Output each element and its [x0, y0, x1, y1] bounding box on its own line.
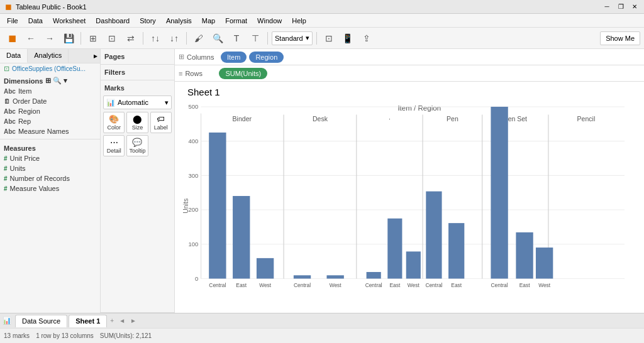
menu-worksheet[interactable]: Worksheet [48, 16, 90, 26]
xlbl-pencil-east: East [519, 282, 530, 288]
menu-map[interactable]: Map [197, 16, 219, 26]
bar-binder-central[interactable] [209, 133, 226, 279]
standard-label: Standard [275, 35, 303, 42]
cat-dot: · [389, 115, 391, 122]
show-me-button[interactable]: Show Me [600, 31, 640, 45]
bar-penset-east[interactable] [448, 223, 464, 278]
dup-button[interactable]: ⊡ [104, 30, 120, 46]
standard-dropdown[interactable]: Standard ▾ [272, 31, 313, 45]
columns-pill-item[interactable]: Item [221, 52, 247, 63]
rows-pill-units[interactable]: SUM(Units) [219, 68, 267, 79]
marks-color-btn[interactable]: 🎨 Color [103, 112, 125, 133]
chart-svg: Units Item / Region 0 100 200 300 [181, 99, 638, 307]
tab-analytics[interactable]: Analytics [28, 49, 69, 63]
add-sheet-btn[interactable]: + [108, 317, 116, 324]
chart-subtitle: Item / Region [397, 104, 441, 112]
menu-window[interactable]: Window [253, 16, 286, 26]
bar-binder-east[interactable] [233, 196, 250, 279]
size-button[interactable]: ⊡ [321, 30, 337, 46]
marks-type-label: Automatic [118, 99, 148, 106]
xlbl-penset-east: East [451, 282, 462, 288]
marks-detail-btn[interactable]: ⋯ Detail [103, 135, 125, 156]
tab-data[interactable]: Data [0, 49, 28, 63]
bar-desk-central[interactable] [294, 275, 311, 278]
xlbl-pen-east: East [389, 282, 400, 288]
bar-pen-east[interactable] [387, 219, 402, 279]
bar-pen-central[interactable] [367, 272, 381, 279]
xlbl-desk-central: Central [294, 282, 311, 288]
cat-desk: Desk [313, 115, 328, 122]
bar-pen-west[interactable] [406, 251, 421, 278]
bar-penset-central[interactable] [426, 192, 441, 279]
prev-sheet-btn[interactable]: ◄ [117, 317, 127, 324]
label-icon: 🏷 [157, 114, 165, 124]
dim-grid-icon[interactable]: ⊞ [45, 77, 51, 85]
tab-datasource[interactable]: Data Source [15, 315, 67, 327]
xlbl-pencil-central: Central [491, 282, 508, 288]
datasource[interactable]: ⊡ OfficeSupplies (OfficeSu... [0, 63, 100, 74]
menu-story[interactable]: Story [135, 16, 160, 26]
new-worksheet-button[interactable]: ⊞ [85, 30, 101, 46]
tooltip-button[interactable]: 🔍 [209, 30, 226, 46]
bar-binder-west[interactable] [257, 258, 274, 279]
measure-item-numrecords[interactable]: # Number of Records [0, 173, 100, 183]
label-button[interactable]: ⊤ [247, 30, 264, 46]
window-title: Tableau Public - Book1 [16, 3, 87, 11]
xlbl-binder-west: West [259, 282, 272, 288]
marks-buttons: 🎨 Color ⬤ Size 🏷 Label ⋯ Detail 💬 T [103, 112, 172, 156]
bar-pencil-east[interactable] [516, 232, 533, 279]
highlight-button[interactable]: 🖌 [191, 30, 207, 46]
toolbar: ◼ ← → 💾 ⊞ ⊡ ⇄ ↑↓ ↓↑ 🖌 🔍 T ⊤ Standard ▾ ⊡… [0, 28, 644, 49]
panel-tab-arrow[interactable]: ▸ [91, 49, 100, 63]
xlbl-pen-central: Central [365, 282, 382, 288]
marks-size-btn[interactable]: ⬤ Size [126, 112, 148, 133]
back-button[interactable]: ← [23, 30, 39, 46]
forward-button[interactable]: → [42, 30, 58, 46]
menu-dashboard[interactable]: Dashboard [91, 16, 134, 26]
menu-analysis[interactable]: Analysis [162, 16, 196, 26]
menu-data[interactable]: Data [24, 16, 47, 26]
maximize-button[interactable]: ❐ [616, 3, 625, 11]
marks-type-dropdown[interactable]: 📊 Automatic ▾ [103, 95, 172, 109]
dim-item-rep[interactable]: Abc Rep [0, 116, 100, 126]
swap-button[interactable]: ⇄ [123, 30, 139, 46]
yval-400: 400 [189, 138, 199, 144]
bar-pencil-central[interactable] [491, 107, 508, 279]
dim-add-icon[interactable]: ▾ [64, 77, 67, 85]
minimize-button[interactable]: ─ [602, 3, 611, 11]
measure-item-unitprice[interactable]: # Unit Price [0, 153, 100, 163]
annotate-button[interactable]: T [228, 30, 245, 46]
sort-desc-button[interactable]: ↓↑ [166, 30, 182, 46]
xlbl-pencil-west: West [538, 282, 551, 288]
next-sheet-btn[interactable]: ► [128, 317, 138, 324]
measure-item-measurevalues[interactable]: # Measure Values [0, 183, 100, 193]
marks-type-icon: 📊 [106, 99, 115, 107]
menu-format[interactable]: Format [221, 16, 252, 26]
pages-section: Pages [101, 49, 174, 65]
tableau-home-button[interactable]: ◼ [4, 30, 20, 46]
marks-label-btn[interactable]: 🏷 Label [150, 112, 172, 133]
bar-desk-west[interactable] [326, 275, 343, 278]
dim-item-measurenames[interactable]: Abc Measure Names [0, 126, 100, 136]
xlbl-binder-east: East [236, 282, 247, 288]
left-panel: Data Analytics ▸ ⊡ OfficeSupplies (Offic… [0, 49, 101, 313]
dim-item-item[interactable]: Abc Item [0, 86, 100, 96]
device-button[interactable]: 📱 [340, 30, 356, 46]
columns-pill-region[interactable]: Region [249, 52, 284, 63]
marks-tooltip-btn[interactable]: 💬 Tooltip [126, 135, 148, 156]
yval-0: 0 [195, 275, 198, 282]
measure-item-units[interactable]: # Units [0, 163, 100, 173]
dim-item-orderdate[interactable]: 🗓 Order Date [0, 96, 100, 106]
bar-pencil-west[interactable] [536, 248, 553, 278]
menu-file[interactable]: File [3, 16, 23, 26]
dim-search-icon[interactable]: 🔍 [53, 77, 62, 85]
show-me-label: Show Me [606, 35, 635, 42]
share-button[interactable]: ⇪ [358, 30, 375, 46]
sort-asc-button[interactable]: ↑↓ [147, 30, 164, 46]
dim-item-region[interactable]: Abc Region [0, 106, 100, 116]
menu-help[interactable]: Help [287, 16, 311, 26]
close-button[interactable]: ✕ [630, 3, 639, 11]
save-button[interactable]: 💾 [60, 30, 77, 46]
tab-sheet1[interactable]: Sheet 1 [69, 315, 107, 327]
sep2 [143, 32, 143, 45]
